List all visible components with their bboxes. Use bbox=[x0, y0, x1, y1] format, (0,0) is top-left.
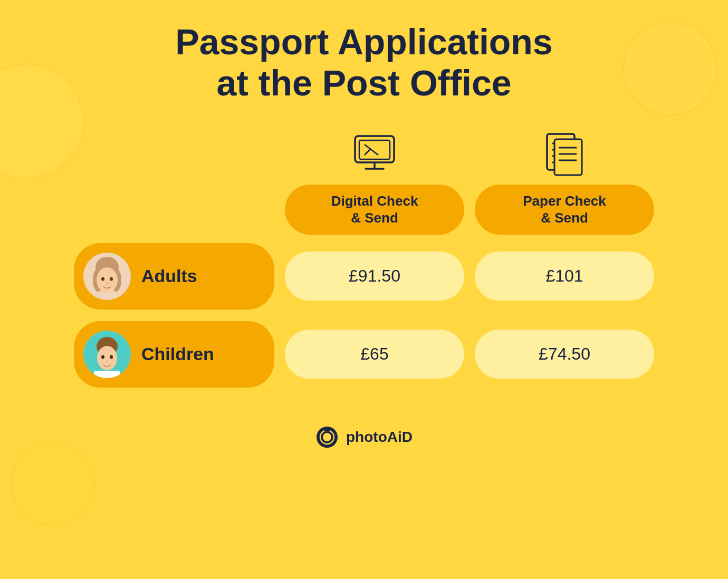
svg-point-20 bbox=[101, 277, 104, 281]
child-avatar bbox=[83, 331, 131, 378]
adults-row: Adults £91.50 £101 bbox=[74, 243, 654, 310]
svg-point-28 bbox=[106, 360, 108, 362]
adults-label-text: Adults bbox=[141, 266, 197, 286]
children-row: Children £65 £74.50 bbox=[74, 321, 654, 388]
adult-avatar bbox=[83, 253, 131, 300]
footer-brand-name: photoAiD bbox=[346, 429, 413, 446]
svg-point-27 bbox=[110, 355, 113, 359]
svg-rect-34 bbox=[324, 427, 330, 429]
footer: photoAiD bbox=[315, 426, 413, 449]
children-digital-price: £65 bbox=[285, 330, 464, 379]
children-paper-price: £74.50 bbox=[475, 330, 654, 379]
svg-line-3 bbox=[365, 149, 371, 155]
svg-point-22 bbox=[106, 282, 108, 284]
decorative-circle-bottom-left bbox=[11, 442, 95, 526]
adults-paper-price: £101 bbox=[475, 252, 654, 301]
monitor-icon bbox=[351, 130, 398, 177]
table-header-row: Digital Check& Send bbox=[74, 130, 654, 234]
svg-point-21 bbox=[110, 277, 113, 281]
children-label-pill: Children bbox=[74, 321, 274, 388]
svg-point-19 bbox=[97, 267, 118, 293]
svg-rect-29 bbox=[94, 371, 120, 378]
children-label-text: Children bbox=[141, 344, 214, 364]
document-icon bbox=[541, 130, 588, 177]
digital-label: Digital Check& Send bbox=[285, 185, 464, 234]
pricing-table: Digital Check& Send bbox=[74, 130, 654, 399]
paper-label: Paper Check& Send bbox=[475, 185, 654, 234]
svg-point-26 bbox=[101, 355, 104, 359]
photoaid-logo-icon bbox=[315, 426, 339, 449]
adults-label-pill: Adults bbox=[74, 243, 274, 310]
paper-column-header: Paper Check& Send bbox=[475, 130, 654, 234]
svg-rect-11 bbox=[554, 139, 582, 175]
page-title: Passport Applications at the Post Office bbox=[175, 21, 552, 103]
adults-digital-price: £91.50 bbox=[285, 252, 464, 301]
main-container: Passport Applications at the Post Office bbox=[0, 0, 728, 449]
svg-point-32 bbox=[323, 433, 331, 441]
svg-rect-1 bbox=[359, 140, 390, 159]
digital-column-header: Digital Check& Send bbox=[285, 130, 464, 234]
